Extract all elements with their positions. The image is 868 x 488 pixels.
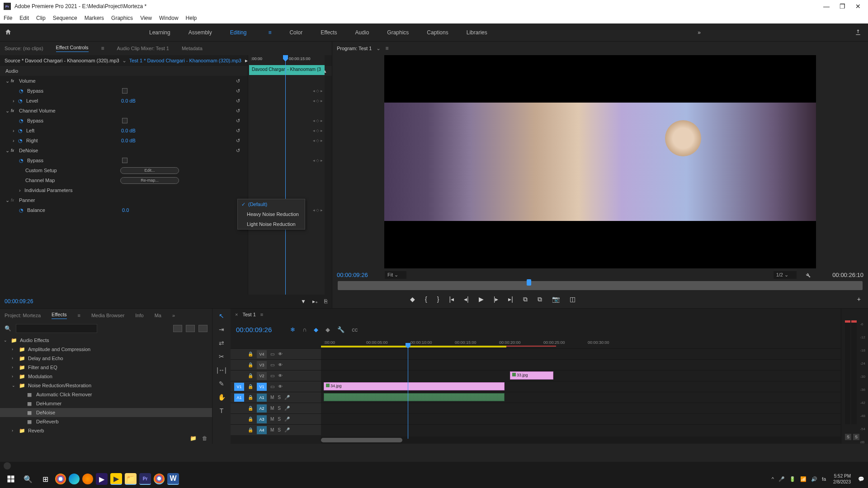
solo-button[interactable]: S: [278, 395, 281, 400]
solo-button[interactable]: S: [278, 417, 281, 422]
video-clip[interactable]: 33.jpg: [510, 371, 553, 380]
lock-icon[interactable]: 🔒: [248, 384, 253, 389]
track-header[interactable]: 🔒V4▭👁: [231, 349, 321, 359]
chevron-down-icon[interactable]: ⌄: [12, 383, 16, 388]
track-label[interactable]: V4: [257, 350, 267, 358]
start-button[interactable]: [4, 472, 18, 486]
chevron-down-icon[interactable]: ⌄: [5, 78, 11, 84]
volume-icon[interactable]: 🔊: [811, 476, 817, 482]
comparison-view-icon[interactable]: ◫: [570, 296, 576, 303]
file-explorer-icon[interactable]: 📁: [125, 473, 137, 485]
mute-button[interactable]: M: [270, 417, 274, 422]
chevron-right-icon[interactable]: ›: [12, 428, 16, 433]
track-header[interactable]: 🔒V3▭👁: [231, 360, 321, 370]
search-icon[interactable]: 🔍: [21, 472, 35, 486]
lock-icon[interactable]: 🔒: [248, 373, 253, 378]
menu-view[interactable]: View: [140, 15, 152, 21]
track-label[interactable]: A3: [257, 415, 267, 423]
close-button[interactable]: ✕: [855, 3, 861, 10]
chevron-down-icon[interactable]: ⌄: [5, 108, 11, 114]
menu-edit[interactable]: Edit: [19, 15, 29, 21]
fx-badge-icon[interactable]: fx: [11, 108, 17, 113]
right-value[interactable]: 0.0 dB: [121, 138, 175, 143]
tree-item-automatic-click-remover[interactable]: ▦Automatic Click Remover: [0, 390, 212, 399]
ec-timecode[interactable]: 00:00:09:26: [5, 298, 33, 305]
solo-button[interactable]: S: [278, 427, 281, 432]
stopwatch-icon[interactable]: ◔: [19, 207, 25, 213]
work-area-bar[interactable]: [321, 346, 506, 347]
chevron-down-icon[interactable]: ⌄: [5, 197, 11, 203]
track-label[interactable]: A4: [257, 426, 267, 434]
source-patch[interactable]: V1: [234, 383, 244, 391]
marker-icon[interactable]: ◆: [314, 326, 318, 333]
chevron-right-icon[interactable]: ›: [13, 138, 18, 143]
workspace-color[interactable]: Color: [289, 29, 302, 36]
overflow-icon[interactable]: »: [172, 313, 175, 318]
firefox-app-icon[interactable]: [82, 474, 93, 484]
toggle-visibility-icon[interactable]: 👁: [278, 384, 283, 389]
track-content[interactable]: [321, 360, 841, 370]
program-video-area[interactable]: [384, 55, 816, 268]
chevron-right-icon[interactable]: ›: [19, 188, 24, 193]
menu-sequence[interactable]: Sequence: [53, 15, 77, 21]
bypass-checkbox[interactable]: [122, 88, 127, 94]
tab-source[interactable]: Source: (no clips): [5, 46, 43, 51]
stopwatch-icon[interactable]: ◔: [18, 138, 24, 144]
reset-icon[interactable]: ↺: [236, 78, 242, 84]
timeline-ruler[interactable]: :00:00 00:00:05:00 00:00:10:00 00:00:15:…: [321, 338, 841, 348]
edge-app-icon[interactable]: [69, 474, 80, 484]
yuv-badge[interactable]: [198, 325, 208, 332]
export-frame-icon[interactable]: 📷: [552, 296, 560, 303]
reset-icon[interactable]: ↺: [236, 128, 242, 134]
tree-item-audio-effects[interactable]: ⌄📁Audio Effects: [0, 336, 212, 345]
lock-icon[interactable]: 🔒: [248, 427, 253, 432]
linked-selection-icon[interactable]: ∩: [302, 326, 307, 333]
menu-help[interactable]: Help: [186, 15, 197, 21]
track-content[interactable]: 34.jpg: [321, 381, 841, 392]
reset-icon[interactable]: ↺: [236, 118, 242, 124]
close-sequence-icon[interactable]: ×: [235, 312, 238, 317]
zoom-fit-select[interactable]: Fit ⌄: [385, 271, 406, 279]
track-header[interactable]: 🔒V2▭👁: [231, 371, 321, 381]
audio-clip[interactable]: [324, 393, 505, 401]
stopwatch-icon[interactable]: ◔: [18, 98, 24, 104]
track-content[interactable]: [321, 403, 841, 413]
mute-button[interactable]: M: [270, 395, 274, 400]
play-icon[interactable]: ▶: [479, 296, 484, 303]
language-indicator[interactable]: fa: [822, 476, 826, 482]
tab-program[interactable]: Program: Test 1: [337, 46, 372, 51]
reset-icon[interactable]: ↺: [236, 98, 242, 104]
tab-metadata[interactable]: Metadata: [182, 46, 203, 51]
potplayer-icon[interactable]: ▶: [110, 473, 122, 485]
selection-tool-icon[interactable]: ↖: [219, 312, 224, 319]
track-label[interactable]: V2: [257, 372, 267, 380]
sync-lock-icon[interactable]: ▭: [270, 373, 274, 378]
media-player-icon[interactable]: ▶: [96, 473, 108, 485]
menu-graphics[interactable]: Graphics: [111, 15, 133, 21]
extract-icon[interactable]: ⧉: [538, 296, 542, 303]
play-only-icon[interactable]: ▸₊: [312, 298, 318, 305]
track-content[interactable]: [321, 425, 841, 435]
workspace-learning[interactable]: Learning: [149, 29, 170, 36]
workspace-audio[interactable]: Audio: [355, 29, 369, 36]
task-view-icon[interactable]: ⊞: [38, 472, 52, 486]
step-forward-icon[interactable]: |▸: [494, 296, 499, 303]
keyframe-nav[interactable]: ◂ ◇ ▸: [313, 99, 323, 103]
lock-icon[interactable]: 🔒: [248, 352, 253, 357]
lock-icon[interactable]: 🔒: [248, 362, 253, 367]
tab-audio-clip-mixer[interactable]: Audio Clip Mixer: Test 1: [117, 46, 169, 51]
menu-window[interactable]: Window: [159, 15, 179, 21]
effect-volume[interactable]: ⌄ fx Volume ↺: [0, 76, 332, 86]
tab-effect-controls[interactable]: Effect Controls: [56, 45, 89, 52]
playhead-marker[interactable]: [406, 343, 410, 348]
lock-icon[interactable]: 🔒: [248, 395, 253, 400]
go-to-out-icon[interactable]: ▸|: [508, 296, 513, 303]
tab-project[interactable]: Project: Morteza: [5, 313, 41, 318]
resolution-select[interactable]: 1/2 ⌄: [774, 271, 797, 279]
tab-media-browser[interactable]: Media Browser: [91, 313, 124, 318]
chevron-right-icon[interactable]: ›: [13, 98, 18, 103]
effect-channel-volume[interactable]: ⌄ fx Channel Volume ↺: [0, 106, 332, 116]
settings-wrench-icon[interactable]: 🔧: [337, 326, 344, 333]
tab-info[interactable]: Info: [135, 313, 143, 318]
microphone-icon[interactable]: 🎤: [778, 476, 785, 482]
